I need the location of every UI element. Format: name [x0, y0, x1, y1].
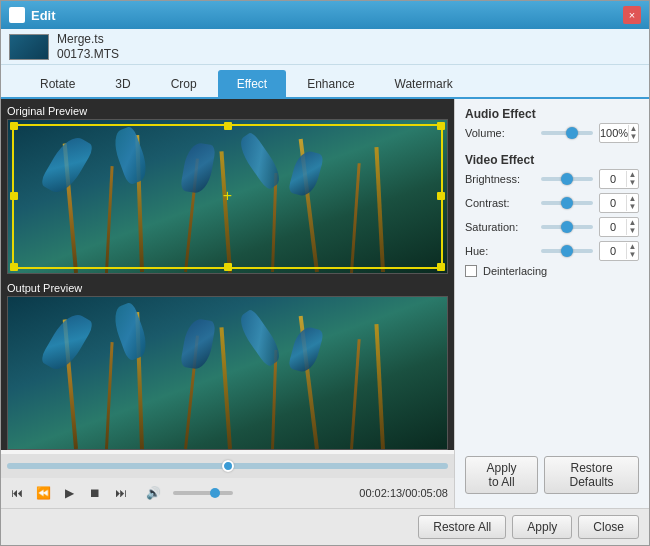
- brightness-label: Brightness:: [465, 173, 535, 185]
- file-thumbnail: [9, 34, 49, 60]
- contrast-slider-container: [541, 201, 593, 205]
- file-bar: Merge.ts 00173.MTS: [1, 29, 649, 65]
- timeline-track[interactable]: [7, 463, 448, 469]
- hue-value: 0: [600, 245, 626, 257]
- brightness-slider-container: [541, 177, 593, 181]
- original-preview-label: Original Preview: [7, 105, 448, 117]
- title-bar: Edit ×: [1, 1, 649, 29]
- tabs-bar: Rotate 3D Crop Effect Enhance Watermark: [1, 65, 649, 99]
- saturation-row: Saturation: 0 ▲ ▼: [465, 217, 639, 237]
- output-preview-label: Output Preview: [7, 282, 448, 294]
- hue-label: Hue:: [465, 245, 535, 257]
- close-button[interactable]: Close: [578, 515, 639, 539]
- main-content: Original Preview: [1, 99, 649, 508]
- right-panel: Audio Effect Volume: 100% ▲ ▼: [454, 99, 649, 508]
- volume-thumb[interactable]: [210, 488, 220, 498]
- contrast-spin[interactable]: ▲ ▼: [626, 195, 638, 211]
- bottom-buttons-bar: Restore All Apply Close: [1, 508, 649, 545]
- volume-icon: 🔊: [143, 483, 163, 503]
- saturation-spin[interactable]: ▲ ▼: [626, 219, 638, 235]
- output-preview-inner: [8, 297, 447, 450]
- deinterlacing-row: Deinterlacing: [465, 265, 639, 277]
- audio-effect-section: Audio Effect Volume: 100% ▲ ▼: [465, 107, 639, 147]
- volume-slider[interactable]: [173, 491, 233, 495]
- original-preview-section: Original Preview: [7, 105, 448, 274]
- saturation-value-box: 0 ▲ ▼: [599, 217, 639, 237]
- hue-row: Hue: 0 ▲ ▼: [465, 241, 639, 261]
- contrast-slider-thumb[interactable]: [561, 197, 573, 209]
- saturation-down-button[interactable]: ▼: [627, 227, 638, 235]
- time-display: 00:02:13/00:05:08: [359, 487, 448, 499]
- restore-all-button[interactable]: Restore All: [418, 515, 506, 539]
- original-preview-inner: +: [8, 120, 447, 273]
- file-name-1: Merge.ts: [57, 32, 119, 46]
- volume-spin[interactable]: ▲ ▼: [628, 125, 638, 141]
- restore-defaults-button[interactable]: Restore Defaults: [544, 456, 639, 494]
- stop-button[interactable]: ⏹: [85, 483, 105, 503]
- tab-crop[interactable]: Crop: [152, 70, 216, 97]
- skip-back-button[interactable]: ⏮: [7, 483, 27, 503]
- volume-slider-thumb[interactable]: [566, 127, 578, 139]
- volume-slider-track[interactable]: [541, 131, 593, 135]
- timeline-bar[interactable]: [1, 454, 454, 478]
- play-button[interactable]: ▶: [59, 483, 79, 503]
- brightness-value: 0: [600, 173, 626, 185]
- output-preview-box: [7, 296, 448, 451]
- contrast-value-box: 0 ▲ ▼: [599, 193, 639, 213]
- controls-bar: ⏮ ⏪ ▶ ⏹ ⏭ 🔊 00:02:13/00:05:08: [1, 478, 454, 508]
- brightness-down-button[interactable]: ▼: [627, 179, 638, 187]
- right-buttons: Apply to All Restore Defaults: [465, 456, 639, 500]
- video-effect-title: Video Effect: [465, 153, 639, 167]
- deinterlacing-checkbox[interactable]: [465, 265, 477, 277]
- play-back-button[interactable]: ⏪: [33, 483, 53, 503]
- volume-row: Volume: 100% ▲ ▼: [465, 123, 639, 143]
- volume-value-box: 100% ▲ ▼: [599, 123, 639, 143]
- audio-effect-title: Audio Effect: [465, 107, 639, 121]
- volume-down-button[interactable]: ▼: [629, 133, 638, 141]
- timeline-thumb[interactable]: [222, 460, 234, 472]
- edit-window: Edit × Merge.ts 00173.MTS Rotate 3D Crop…: [0, 0, 650, 546]
- brightness-spin[interactable]: ▲ ▼: [626, 171, 638, 187]
- tab-rotate[interactable]: Rotate: [21, 70, 94, 97]
- brightness-slider-track[interactable]: [541, 177, 593, 181]
- left-panel: Original Preview: [1, 99, 454, 508]
- saturation-value: 0: [600, 221, 626, 233]
- previews-area: Original Preview: [1, 99, 454, 450]
- contrast-down-button[interactable]: ▼: [627, 203, 638, 211]
- saturation-slider-track[interactable]: [541, 225, 593, 229]
- tab-enhance[interactable]: Enhance: [288, 70, 373, 97]
- output-preview-section: Output Preview: [7, 282, 448, 451]
- brightness-slider-thumb[interactable]: [561, 173, 573, 185]
- brightness-value-box: 0 ▲ ▼: [599, 169, 639, 189]
- deinterlacing-label: Deinterlacing: [483, 265, 547, 277]
- skip-forward-button[interactable]: ⏭: [111, 483, 131, 503]
- bottom-action-row: Restore All Apply Close: [11, 515, 639, 539]
- brightness-row: Brightness: 0 ▲ ▼: [465, 169, 639, 189]
- crosshair-icon: +: [223, 187, 232, 205]
- title-bar-left: Edit: [9, 7, 56, 23]
- apply-button[interactable]: Apply: [512, 515, 572, 539]
- tab-3d[interactable]: 3D: [96, 70, 149, 97]
- contrast-value: 0: [600, 197, 626, 209]
- tab-effect[interactable]: Effect: [218, 70, 286, 97]
- saturation-slider-thumb[interactable]: [561, 221, 573, 233]
- hue-slider-track[interactable]: [541, 249, 593, 253]
- contrast-label: Contrast:: [465, 197, 535, 209]
- window-title: Edit: [31, 8, 56, 23]
- volume-label: Volume:: [465, 127, 535, 139]
- app-icon: [9, 7, 25, 23]
- hue-down-button[interactable]: ▼: [627, 251, 638, 259]
- file-name-2: 00173.MTS: [57, 47, 119, 61]
- volume-slider-container: [541, 131, 593, 135]
- contrast-row: Contrast: 0 ▲ ▼: [465, 193, 639, 213]
- hue-slider-thumb[interactable]: [561, 245, 573, 257]
- tab-watermark[interactable]: Watermark: [376, 70, 472, 97]
- hue-spin[interactable]: ▲ ▼: [626, 243, 638, 259]
- saturation-slider-container: [541, 225, 593, 229]
- volume-value: 100%: [600, 127, 628, 139]
- close-window-button[interactable]: ×: [623, 6, 641, 24]
- original-preview-box: +: [7, 119, 448, 274]
- hue-slider-container: [541, 249, 593, 253]
- apply-to-all-button[interactable]: Apply to All: [465, 456, 538, 494]
- contrast-slider-track[interactable]: [541, 201, 593, 205]
